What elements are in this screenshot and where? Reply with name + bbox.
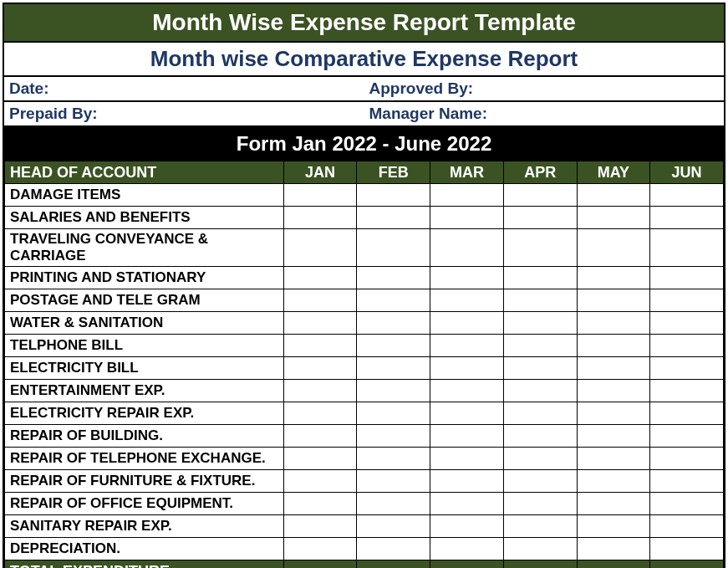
value-cell[interactable] — [283, 425, 357, 448]
value-cell[interactable] — [283, 335, 357, 357]
value-cell[interactable] — [650, 184, 724, 207]
value-cell[interactable] — [283, 515, 357, 538]
value-cell[interactable] — [650, 425, 724, 448]
value-cell[interactable] — [650, 357, 724, 380]
value-cell[interactable] — [357, 470, 430, 493]
value-cell[interactable] — [283, 380, 357, 402]
value-cell[interactable] — [577, 425, 650, 448]
value-cell[interactable] — [650, 515, 724, 538]
value-cell[interactable] — [357, 515, 430, 538]
value-cell[interactable] — [357, 448, 430, 470]
value-cell[interactable] — [357, 538, 430, 560]
value-cell[interactable] — [577, 493, 650, 515]
value-cell[interactable] — [283, 357, 357, 380]
value-cell[interactable] — [503, 312, 577, 335]
value-cell[interactable] — [503, 425, 577, 448]
table-row: POSTAGE AND TELE GRAM — [5, 289, 724, 312]
value-cell[interactable] — [650, 380, 724, 402]
value-cell[interactable] — [357, 402, 430, 425]
value-cell[interactable] — [430, 312, 504, 335]
value-cell[interactable] — [650, 448, 724, 470]
value-cell[interactable] — [357, 493, 430, 515]
value-cell[interactable] — [430, 515, 504, 538]
value-cell[interactable] — [357, 184, 430, 207]
value-cell[interactable] — [283, 207, 357, 229]
value-cell[interactable] — [503, 470, 577, 493]
value-cell[interactable] — [430, 335, 504, 357]
value-cell[interactable] — [503, 493, 577, 515]
value-cell[interactable] — [283, 229, 357, 267]
value-cell[interactable] — [503, 229, 577, 267]
value-cell[interactable] — [357, 357, 430, 380]
value-cell[interactable] — [283, 402, 357, 425]
value-cell[interactable] — [503, 448, 577, 470]
value-cell[interactable] — [577, 538, 650, 560]
value-cell[interactable] — [357, 312, 430, 335]
value-cell[interactable] — [577, 448, 650, 470]
value-cell[interactable] — [430, 380, 504, 402]
value-cell[interactable] — [650, 229, 724, 267]
value-cell[interactable] — [357, 380, 430, 402]
value-cell[interactable] — [283, 289, 357, 312]
value-cell[interactable] — [650, 335, 724, 357]
value-cell[interactable] — [430, 448, 504, 470]
value-cell[interactable] — [577, 470, 650, 493]
value-cell[interactable] — [430, 402, 504, 425]
value-cell[interactable] — [283, 493, 357, 515]
value-cell[interactable] — [503, 184, 577, 207]
value-cell[interactable] — [503, 538, 577, 560]
value-cell[interactable] — [650, 267, 724, 289]
value-cell[interactable] — [357, 267, 430, 289]
value-cell[interactable] — [283, 267, 357, 289]
value-cell[interactable] — [503, 380, 577, 402]
value-cell[interactable] — [577, 515, 650, 538]
value-cell[interactable] — [503, 207, 577, 229]
value-cell[interactable] — [503, 357, 577, 380]
value-cell[interactable] — [430, 184, 504, 207]
value-cell[interactable] — [283, 184, 357, 207]
value-cell[interactable] — [650, 402, 724, 425]
value-cell[interactable] — [503, 402, 577, 425]
value-cell[interactable] — [577, 229, 650, 267]
value-cell[interactable] — [357, 289, 430, 312]
value-cell[interactable] — [430, 207, 504, 229]
value-cell[interactable] — [650, 538, 724, 560]
value-cell[interactable] — [503, 335, 577, 357]
value-cell[interactable] — [503, 515, 577, 538]
value-cell[interactable] — [577, 402, 650, 425]
value-cell[interactable] — [430, 289, 504, 312]
value-cell[interactable] — [577, 184, 650, 207]
value-cell[interactable] — [283, 312, 357, 335]
value-cell[interactable] — [577, 335, 650, 357]
value-cell[interactable] — [430, 425, 504, 448]
value-cell[interactable] — [357, 229, 430, 267]
value-cell[interactable] — [430, 267, 504, 289]
value-cell[interactable] — [503, 267, 577, 289]
value-cell[interactable] — [577, 380, 650, 402]
value-cell[interactable] — [503, 289, 577, 312]
value-cell[interactable] — [357, 207, 430, 229]
value-cell[interactable] — [283, 448, 357, 470]
value-cell[interactable] — [357, 335, 430, 357]
value-cell[interactable] — [430, 229, 504, 267]
value-cell[interactable] — [577, 207, 650, 229]
value-cell[interactable] — [577, 312, 650, 335]
value-cell[interactable] — [577, 357, 650, 380]
value-cell[interactable] — [430, 493, 504, 515]
value-cell[interactable] — [283, 470, 357, 493]
value-cell[interactable] — [430, 470, 504, 493]
value-cell[interactable] — [430, 538, 504, 560]
value-cell[interactable] — [650, 312, 724, 335]
account-cell: WATER & SANITATION — [5, 312, 284, 335]
value-cell[interactable] — [430, 357, 504, 380]
value-cell[interactable] — [577, 289, 650, 312]
value-cell[interactable] — [283, 538, 357, 560]
value-cell[interactable] — [357, 425, 430, 448]
value-cell[interactable] — [650, 207, 724, 229]
value-cell[interactable] — [650, 470, 724, 493]
value-cell[interactable] — [650, 493, 724, 515]
value-cell[interactable] — [650, 289, 724, 312]
table-row: REPAIR OF BUILDING. — [5, 425, 724, 448]
value-cell[interactable] — [577, 267, 650, 289]
account-cell: PRINTING AND STATIONARY — [5, 267, 284, 289]
